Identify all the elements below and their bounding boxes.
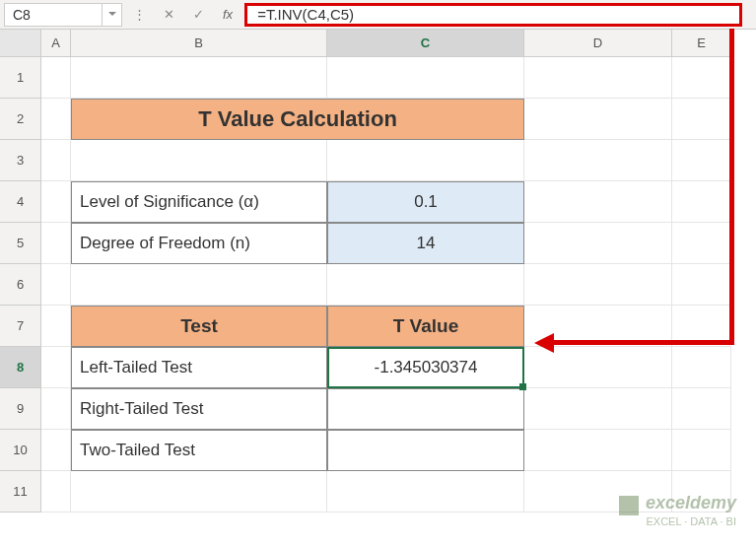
table-row: [41, 57, 756, 99]
row-headers: 1 2 3 4 5 6 7 8 9 10 11: [0, 30, 41, 513]
row-header-3[interactable]: 3: [0, 140, 41, 181]
cell-A4[interactable]: [41, 181, 71, 223]
table-row: Level of Significance (α) 0.1: [41, 181, 756, 223]
cell-D2[interactable]: [524, 99, 672, 140]
select-all-corner[interactable]: [0, 30, 41, 57]
cell-A2[interactable]: [41, 99, 71, 140]
row-header-8[interactable]: 8: [0, 347, 41, 388]
param-df-label[interactable]: Degree of Freedom (n): [71, 223, 327, 264]
cell-E6[interactable]: [672, 264, 731, 306]
cell-D1[interactable]: [524, 57, 672, 99]
row-header-2[interactable]: 2: [0, 99, 41, 140]
watermark-icon: [619, 496, 639, 515]
tvalue-header[interactable]: T Value: [327, 306, 524, 347]
formula-input[interactable]: =T.INV(C4,C5): [244, 3, 742, 27]
cell-D6[interactable]: [524, 264, 672, 306]
table-row: Two-Tailed Test: [41, 430, 756, 471]
test-two-tailed-label[interactable]: Two-Tailed Test: [71, 430, 327, 471]
cell-A3[interactable]: [41, 140, 71, 181]
name-box[interactable]: C8: [4, 3, 103, 27]
test-two-tailed-value[interactable]: [327, 430, 524, 471]
cell-E9[interactable]: [672, 388, 731, 430]
table-row: T Value Calculation: [41, 99, 756, 140]
cell-A7[interactable]: [41, 306, 71, 347]
test-left-tailed-value[interactable]: -1.345030374: [327, 347, 524, 388]
cell-E8[interactable]: [672, 347, 731, 388]
cell-A11[interactable]: [41, 471, 71, 513]
formula-bar: C8 ⋮ ✕ ✓ fx =T.INV(C4,C5): [0, 0, 756, 30]
row-header-11[interactable]: 11: [0, 471, 41, 513]
spreadsheet-grid: 1 2 3 4 5 6 7 8 9 10 11 A B C D E: [0, 30, 756, 513]
row-header-7[interactable]: 7: [0, 306, 41, 347]
cell-D9[interactable]: [524, 388, 672, 430]
test-left-tailed-label[interactable]: Left-Tailed Test: [71, 347, 327, 388]
chevron-down-icon: [108, 12, 116, 17]
column-headers: A B C D E: [41, 30, 756, 57]
row-header-5[interactable]: 5: [0, 223, 41, 264]
name-box-dropdown[interactable]: [103, 3, 122, 27]
cell-D3[interactable]: [524, 140, 672, 181]
watermark-title: exceldemy: [646, 493, 736, 513]
annotation-arrow-head: [534, 333, 554, 353]
cell-A5[interactable]: [41, 223, 71, 264]
watermark-subtitle: EXCEL · DATA · BI: [619, 515, 736, 527]
row-header-1[interactable]: 1: [0, 57, 41, 99]
col-header-D[interactable]: D: [524, 30, 672, 57]
grid-body: T Value Calculation Level of Significanc…: [41, 57, 756, 513]
cell-B11[interactable]: [71, 471, 327, 513]
row-header-10[interactable]: 10: [0, 430, 41, 471]
cell-B6[interactable]: [71, 264, 327, 306]
cell-E5[interactable]: [672, 223, 731, 264]
cell-B3[interactable]: [71, 140, 327, 181]
test-header[interactable]: Test: [71, 306, 327, 347]
cell-E4[interactable]: [672, 181, 731, 223]
table-row: [41, 264, 756, 306]
table-row: Left-Tailed Test -1.345030374: [41, 347, 756, 388]
cell-D5[interactable]: [524, 223, 672, 264]
watermark: exceldemy EXCEL · DATA · BI: [619, 493, 736, 527]
table-row: [41, 140, 756, 181]
cell-A9[interactable]: [41, 388, 71, 430]
cell-C6[interactable]: [327, 264, 524, 306]
annotation-arrow-horizontal: [552, 340, 734, 345]
title-cell[interactable]: T Value Calculation: [71, 99, 524, 140]
param-alpha-label[interactable]: Level of Significance (α): [71, 181, 327, 223]
test-right-tailed-value[interactable]: [327, 388, 524, 430]
cell-A1[interactable]: [41, 57, 71, 99]
cell-C11[interactable]: [327, 471, 524, 513]
divider-icon: ⋮: [130, 7, 148, 22]
cell-A6[interactable]: [41, 264, 71, 306]
cell-E3[interactable]: [672, 140, 731, 181]
cell-A8[interactable]: [41, 347, 71, 388]
row-header-9[interactable]: 9: [0, 388, 41, 430]
param-df-value[interactable]: 14: [327, 223, 524, 264]
col-header-B[interactable]: B: [71, 30, 327, 57]
table-row: Right-Tailed Test: [41, 388, 756, 430]
cell-B1[interactable]: [71, 57, 327, 99]
annotation-arrow-vertical: [729, 29, 734, 342]
cell-E10[interactable]: [672, 430, 731, 471]
cell-D4[interactable]: [524, 181, 672, 223]
col-header-A[interactable]: A: [41, 30, 71, 57]
col-header-C[interactable]: C: [327, 30, 524, 57]
cell-A10[interactable]: [41, 430, 71, 471]
row-header-6[interactable]: 6: [0, 264, 41, 306]
enter-icon[interactable]: ✓: [189, 7, 207, 22]
formula-bar-icons: ⋮ ✕ ✓ fx: [122, 7, 244, 22]
cancel-icon[interactable]: ✕: [160, 7, 177, 22]
row-header-4[interactable]: 4: [0, 181, 41, 223]
table-row: Degree of Freedom (n) 14: [41, 223, 756, 264]
cell-C1[interactable]: [327, 57, 524, 99]
grid-main: A B C D E T Value Calculation: [41, 30, 756, 513]
fx-icon[interactable]: fx: [219, 7, 237, 22]
cell-E2[interactable]: [672, 99, 731, 140]
param-alpha-value[interactable]: 0.1: [327, 181, 524, 223]
test-right-tailed-label[interactable]: Right-Tailed Test: [71, 388, 327, 430]
col-header-E[interactable]: E: [672, 30, 731, 57]
cell-E1[interactable]: [672, 57, 731, 99]
cell-C3[interactable]: [327, 140, 524, 181]
cell-D10[interactable]: [524, 430, 672, 471]
cell-D8[interactable]: [524, 347, 672, 388]
